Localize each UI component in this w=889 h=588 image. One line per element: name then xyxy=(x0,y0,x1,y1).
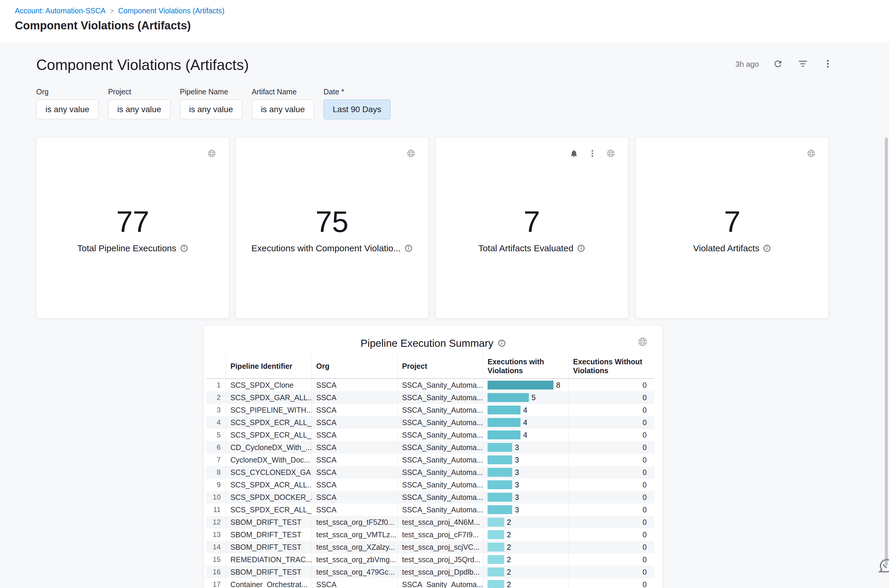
table-explore-button[interactable] xyxy=(636,336,648,348)
tile-explore-button[interactable] xyxy=(206,148,218,160)
row-index: 4 xyxy=(206,416,226,429)
cell-project: test_ssca_proj_scjVC... xyxy=(397,541,483,553)
cell-project: SSCA_Sanity_Automa... xyxy=(397,454,483,466)
violations-bar xyxy=(487,493,512,502)
bar-value: 3 xyxy=(515,456,519,464)
page-title: Component Violations (Artifacts) xyxy=(15,19,889,32)
page-header: Account: Automation-SSCA > Component Vio… xyxy=(0,0,889,44)
violations-bar xyxy=(487,393,529,402)
table-row[interactable]: 14 SBOM_DRIFT_TEST test_ssca_org_XZalzy.… xyxy=(206,541,654,553)
table-row[interactable]: 17 Container_Orchestrat... SSCA SSCA_San… xyxy=(206,578,654,588)
table-row[interactable]: 8 SCS_CYCLONEDX_GA... SSCA SSCA_Sanity_A… xyxy=(206,466,654,478)
info-icon[interactable] xyxy=(180,244,188,252)
table-title: Pipeline Execution Summary xyxy=(361,338,493,349)
cell-project: SSCA_Sanity_Automa... xyxy=(397,429,483,441)
filter-bar: Org is any value Project is any value Pi… xyxy=(36,87,390,119)
cell-pipeline: SBOM_DRIFT_TEST xyxy=(226,566,312,578)
bar-value: 4 xyxy=(523,406,527,414)
metric-value: 7 xyxy=(436,205,628,239)
table-row[interactable]: 15 REMEDIATION_TRAC... test_ssca_org_zbV… xyxy=(206,553,654,566)
row-index: 14 xyxy=(206,541,226,553)
table-row[interactable]: 2 SCS_SPDX_GAR_ALL... SSCA SSCA_Sanity_A… xyxy=(206,391,654,404)
row-index: 17 xyxy=(206,578,226,588)
cell-pipeline: REMEDIATION_TRAC... xyxy=(226,553,312,566)
table-row[interactable]: 1 SCS_SPDX_Clone SSCA SSCA_Sanity_Automa… xyxy=(206,379,654,391)
cell-project: SSCA_Sanity_Automa... xyxy=(397,578,483,588)
vertical-scrollbar-thumb[interactable] xyxy=(885,137,888,566)
tile-total-pipeline-executions: 77 Total Pipeline Executions xyxy=(36,137,229,318)
tile-menu-button[interactable] xyxy=(587,148,598,160)
cell-executions-without-violations: 0 xyxy=(569,379,654,391)
cell-project: SSCA_Sanity_Automa... xyxy=(397,466,483,478)
globe-icon xyxy=(207,149,216,159)
row-index: 9 xyxy=(206,478,226,491)
refresh-button[interactable] xyxy=(772,58,784,70)
info-icon[interactable] xyxy=(577,244,585,252)
cell-project: SSCA_Sanity_Automa... xyxy=(397,441,483,454)
cell-org: SSCA xyxy=(312,429,397,441)
cell-executions-without-violations: 0 xyxy=(569,528,654,541)
tile-explore-button[interactable] xyxy=(405,148,417,160)
table-row[interactable]: 12 SBOM_DRIFT_TEST test_ssca_org_tF5Zf0.… xyxy=(206,516,654,528)
tile-explore-button[interactable] xyxy=(805,148,817,160)
filter-org-label: Org xyxy=(36,87,99,96)
table-row[interactable]: 11 SCS_SPDX_ECR_ALL_... SSCA SSCA_Sanity… xyxy=(206,504,654,516)
cell-executions-without-violations: 0 xyxy=(569,578,654,588)
table-row[interactable]: 16 SBOM_DRIFT_TEST test_ssca_org_479Gc..… xyxy=(206,566,654,578)
globe-icon xyxy=(807,149,816,159)
cell-project: test_ssca_proj_J5Qrd... xyxy=(397,553,483,566)
tile-explore-button[interactable] xyxy=(605,148,617,160)
cell-org: SSCA xyxy=(312,478,397,491)
cell-project: test_ssca_proj_cF7I9... xyxy=(397,528,483,541)
col-header-executions-without-violations[interactable]: Executions Without Violations xyxy=(569,354,654,378)
cell-org: test_ssca_org_479Gc... xyxy=(312,566,397,578)
table-row[interactable]: 9 SCS_SPDX_ACR_ALL... SSCA SSCA_Sanity_A… xyxy=(206,478,654,491)
bar-value: 8 xyxy=(556,381,560,390)
bar-value: 2 xyxy=(507,543,511,552)
col-header-pipeline-identifier[interactable]: Pipeline Identifier xyxy=(226,354,312,378)
breadcrumb-account-link[interactable]: Account: Automation-SSCA xyxy=(15,6,106,15)
info-icon[interactable] xyxy=(498,339,506,347)
cell-executions-with-violations: 3 xyxy=(483,491,569,504)
cell-executions-without-violations: 0 xyxy=(569,491,654,504)
tile-alerts-button[interactable] xyxy=(568,148,580,160)
info-icon[interactable] xyxy=(763,244,771,252)
info-icon[interactable] xyxy=(405,244,413,252)
help-chat-button[interactable] xyxy=(877,556,889,576)
col-header-org[interactable]: Org xyxy=(312,354,397,378)
col-header-executions-with-violations[interactable]: Executions with Violations xyxy=(483,354,569,378)
cell-project: SSCA_Sanity_Automa... xyxy=(397,478,483,491)
row-index: 15 xyxy=(206,553,226,566)
col-header-project[interactable]: Project xyxy=(397,354,483,378)
filter-pipeline-name-value-button[interactable]: is any value xyxy=(180,100,242,119)
filter-artifact-name: Artifact Name is any value xyxy=(252,87,314,119)
table-row[interactable]: 6 CD_CycloneDX_With_... SSCA SSCA_Sanity… xyxy=(206,441,654,454)
cell-org: SSCA xyxy=(312,466,397,478)
filter-date-value-button[interactable]: Last 90 Days xyxy=(323,100,390,119)
cell-org: SSCA xyxy=(312,404,397,416)
filter-org-value-button[interactable]: is any value xyxy=(36,100,99,119)
dashboard-title: Component Violations (Artifacts) xyxy=(36,56,249,74)
globe-icon xyxy=(638,337,648,348)
row-index: 13 xyxy=(206,528,226,541)
cell-executions-with-violations: 3 xyxy=(483,441,569,454)
filter-project-value-button[interactable]: is any value xyxy=(108,100,170,119)
filter-artifact-name-label: Artifact Name xyxy=(252,87,314,96)
row-index: 1 xyxy=(206,379,226,391)
breadcrumb-current-link[interactable]: Component Violations (Artifacts) xyxy=(118,6,224,15)
filter-toggle-button[interactable] xyxy=(797,58,809,70)
dashboard-menu-button[interactable] xyxy=(822,58,834,70)
table-row[interactable]: 7 CycloneDX_With_Doc... SSCA SSCA_Sanity… xyxy=(206,454,654,466)
table-row[interactable]: 4 SCS_SPDX_ECR_ALL_... SSCA SSCA_Sanity_… xyxy=(206,416,654,429)
table-row[interactable]: 13 SBOM_DRIFT_TEST test_ssca_org_VMTLz..… xyxy=(206,528,654,541)
cell-project: SSCA_Sanity_Automa... xyxy=(397,379,483,391)
table-row[interactable]: 5 SCS_SPDX_ECR_ALL_... SSCA SSCA_Sanity_… xyxy=(206,429,654,441)
table-row[interactable]: 3 SCS_PIPELINE_WITH... SSCA SSCA_Sanity_… xyxy=(206,404,654,416)
cell-org: test_ssca_org_XZalzy... xyxy=(312,541,397,553)
cell-pipeline: CycloneDX_With_Doc... xyxy=(226,454,312,466)
cell-project: test_ssca_proj_Dpdlb... xyxy=(397,566,483,578)
violations-bar xyxy=(487,518,504,526)
table-row[interactable]: 10 SCS_SPDX_DOCKER_... SSCA SSCA_Sanity_… xyxy=(206,491,654,504)
filter-artifact-name-value-button[interactable]: is any value xyxy=(252,100,314,119)
cell-executions-without-violations: 0 xyxy=(569,541,654,553)
